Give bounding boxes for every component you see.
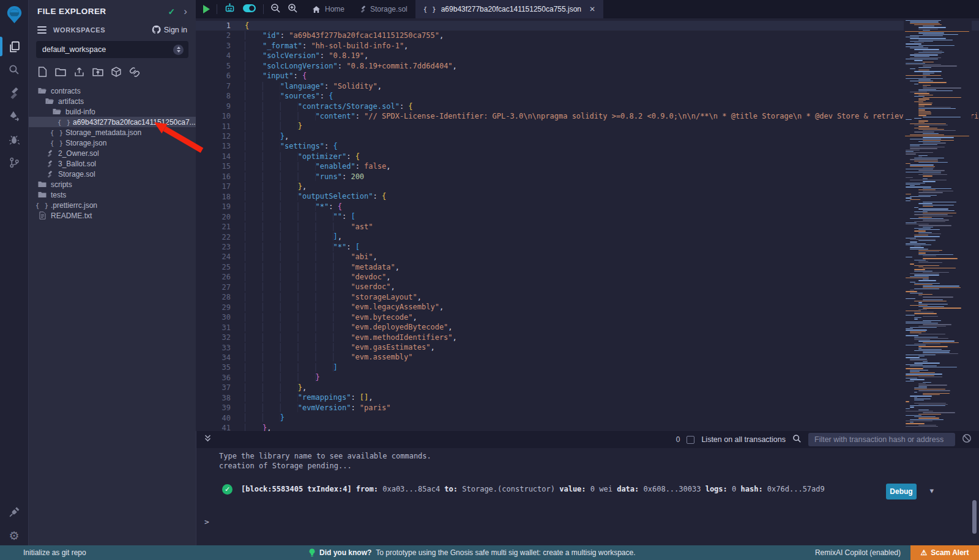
terminal-prompt[interactable]: > (204, 517, 209, 526)
code-line: "*": [ (245, 242, 979, 252)
minimap-line (918, 141, 940, 142)
run-script-icon[interactable] (203, 5, 210, 13)
minimap-line (914, 274, 939, 275)
close-tab-icon[interactable]: ✕ (589, 5, 595, 13)
ai-assistant-icon[interactable] (224, 2, 236, 17)
tree-item[interactable]: 3_Ballot.sol (29, 158, 196, 169)
upload-folder-icon[interactable] (92, 67, 103, 79)
github-icon (152, 25, 161, 34)
transaction-filter-input[interactable] (808, 433, 955, 446)
settings-gear-icon[interactable]: ⚙ (9, 530, 19, 542)
minimap-line (906, 43, 921, 44)
solidity-file-icon (47, 150, 53, 157)
file-explorer-icon[interactable] (0, 35, 29, 58)
tree-item[interactable]: contracts (29, 86, 196, 96)
activity-bar: ⚙ (0, 0, 29, 560)
did-you-know-tip: Did you know? To prototype using the Gno… (309, 548, 636, 558)
copilot-toggle-icon[interactable] (242, 3, 256, 16)
tree-item[interactable]: 2_Owner.sol (29, 148, 196, 158)
tab-storage-sol[interactable]: Storage.sol (352, 0, 415, 18)
tree-item[interactable]: artifacts (29, 96, 196, 106)
scam-alert-badge[interactable]: ⚠ Scam Alert (910, 545, 979, 560)
code-line: "userdoc", (245, 282, 979, 292)
minimap-line (910, 241, 917, 242)
minimap-line (923, 26, 934, 26)
debugger-icon[interactable] (0, 128, 29, 151)
minimap-line (906, 345, 926, 345)
tree-item[interactable]: README.txt (29, 210, 196, 221)
minimap-line (906, 315, 915, 315)
minimap-line (914, 228, 931, 229)
tree-item-label: 3_Ballot.sol (58, 160, 96, 168)
minimap-line (914, 93, 929, 94)
deploy-run-icon[interactable] (0, 105, 29, 128)
new-file-icon[interactable] (38, 67, 47, 79)
search-icon[interactable] (0, 58, 29, 81)
git-icon[interactable] (0, 151, 29, 174)
minimap-line (918, 356, 925, 356)
minimap-line (918, 162, 948, 163)
minimap[interactable] (904, 18, 972, 431)
tree-item[interactable]: { }Storage_metadata.json (29, 127, 196, 138)
minimap-line (906, 186, 931, 187)
minimap-line (923, 87, 961, 88)
tree-item[interactable]: tests (29, 190, 196, 200)
solidity-compiler-icon[interactable] (0, 81, 29, 105)
workspaces-menu-icon[interactable] (37, 26, 47, 34)
upload-file-icon[interactable] (74, 67, 84, 79)
zoom-out-icon[interactable] (270, 3, 281, 16)
remix-logo-icon[interactable] (0, 3, 29, 26)
code-line: "evm.methodIdentifiers", (245, 333, 979, 342)
minimap-line (918, 29, 938, 29)
workspaces-row: WORKSPACES Sign in (29, 20, 196, 37)
minimap-line (914, 389, 945, 389)
transaction-row[interactable]: ✓ [block:5583405 txIndex:4] from: 0xa03.… (222, 481, 825, 497)
terminal-scrollbar[interactable] (972, 500, 977, 534)
debug-button[interactable]: Debug (886, 484, 917, 499)
minimap-line (910, 144, 937, 145)
zoom-in-icon[interactable] (288, 3, 298, 16)
plugin-manager-icon[interactable] (9, 506, 20, 520)
code-line: "runs": 200 (245, 172, 979, 182)
tree-item[interactable]: { }a69b43f277ba20fcac141151250ca7... (29, 117, 196, 127)
tab-label: Storage.sol (370, 5, 408, 13)
new-folder-icon[interactable] (55, 67, 66, 79)
copilot-status[interactable]: RemixAI Copilot (enabled) (815, 548, 901, 557)
code-editor[interactable]: 1234567891011121314151617181920212223242… (196, 18, 979, 431)
link-icon[interactable] (129, 67, 140, 79)
tree-item[interactable]: Storage.sol (29, 169, 196, 179)
minimap-line (918, 170, 945, 171)
tree-item[interactable]: build-info (29, 106, 196, 117)
tab-home[interactable]: Home (304, 0, 352, 18)
line-number: 13 (196, 141, 231, 151)
expand-transaction-icon[interactable]: ▾ (929, 486, 934, 495)
minimap-line (923, 297, 953, 297)
minimap-line (906, 78, 943, 79)
tree-item[interactable]: scripts (29, 179, 196, 190)
listen-checkbox[interactable] (687, 436, 694, 444)
box-icon[interactable] (111, 67, 121, 79)
minimap-line (918, 106, 925, 106)
minimap-line (918, 174, 947, 175)
minimap-line (918, 98, 929, 99)
panel-title: FILE EXPLORER (37, 7, 106, 16)
sign-in-button[interactable]: Sign in (152, 25, 187, 34)
clear-console-icon[interactable] (962, 433, 972, 446)
minimap-line (918, 309, 927, 310)
minimap-line (918, 40, 953, 40)
git-init-button[interactable]: Initialize as git repo (23, 548, 86, 557)
tree-item[interactable]: { }.prettierrc.json (29, 200, 196, 210)
minimap-line (918, 70, 929, 70)
tip-text: To prototype using the Gnosis safe multi… (376, 548, 635, 557)
line-number: 11 (196, 122, 231, 131)
code-line: "evmVersion": "paris" (245, 403, 979, 413)
collapse-terminal-icon[interactable] (204, 434, 212, 445)
minimap-line (918, 386, 927, 387)
tree-item[interactable]: { }Storage.json (29, 138, 196, 148)
tab-build-info-json[interactable]: { } a69b43f277ba20fcac141151250ca755.jso… (415, 0, 603, 18)
minimap-line (906, 243, 926, 244)
panel-chevron-icon[interactable]: › (184, 6, 187, 17)
main-area: Home Storage.sol { } a69b43f277ba20fcac1… (196, 0, 979, 545)
line-number: 20 (196, 212, 231, 222)
workspace-select[interactable]: default_workspace (36, 41, 188, 58)
